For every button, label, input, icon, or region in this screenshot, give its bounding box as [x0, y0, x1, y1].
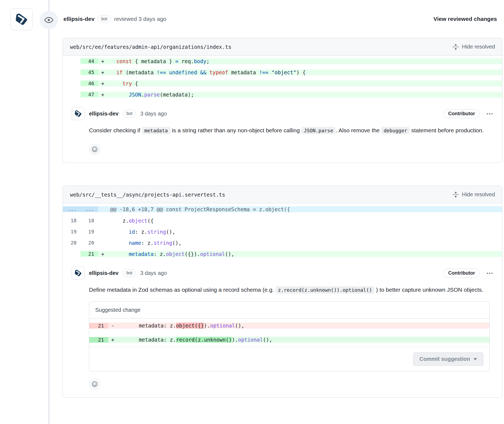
diff-line-19: 19 19 id: z.string(), [63, 226, 502, 237]
ellipsis-logo-icon [14, 12, 28, 26]
file-path-link-1[interactable]: web/src/ee/features/admin-api/organizati… [70, 44, 231, 50]
code-token: . [141, 92, 144, 98]
file-path-link-2[interactable]: web/src/__tests__/async/projects-api.ser… [70, 192, 225, 198]
hide-resolved-button-2[interactable]: Hide resolved [452, 191, 495, 198]
comment-header: ellipsis-dev bot 3 days ago Contributor … [72, 266, 493, 280]
hunk-text: @@ -18,6 +18,7 @@ const ProjectResponseS… [98, 206, 502, 212]
code-token: name [110, 240, 141, 246]
diff-line-18: 18 18 z.object({ [63, 215, 502, 226]
comment-text: Define metadata in Zod schemas as option… [89, 287, 276, 293]
code-line: name: z.string(), [110, 240, 502, 246]
code-token: string [154, 240, 172, 246]
suggestion-added-line: 21 + metadata: z.record(z.unknown()).opt… [89, 333, 489, 347]
code-token: parse [144, 92, 160, 98]
code-token: ; [206, 58, 209, 64]
new-line-number: 20 [81, 240, 98, 246]
code-token: !== [259, 69, 272, 75]
comment-text: ) to better capture unknown JSON objects… [374, 287, 483, 293]
code-token: z. [110, 218, 129, 224]
code-token: const [110, 58, 132, 64]
diff-line-46: 46 + try { [63, 78, 502, 89]
add-reaction-button[interactable] [89, 144, 100, 155]
diff-sign: + [98, 92, 110, 98]
comment-author-link[interactable]: ellipsis-dev [89, 270, 119, 276]
code-token: { [132, 81, 138, 86]
view-reviewed-changes-link[interactable]: View reviewed changes [433, 16, 497, 22]
code-token: try [110, 81, 132, 86]
suggestion-deleted-line: 21 - metadata: z.object({}).optional(), [89, 319, 489, 333]
bot-badge: bot [123, 110, 136, 117]
comment-timestamp[interactable]: 3 days ago [140, 270, 167, 276]
diff-sign: + [98, 251, 110, 257]
suggested-change-block: Suggested change 21 - metadata: z.object… [89, 301, 490, 371]
new-line-number: 19 [81, 229, 98, 235]
code-token: : z. [141, 240, 154, 246]
diff-sign: + [98, 81, 110, 86]
code-token: JSON [110, 92, 141, 98]
code-line: if (metadata !== undefined && typeof met… [110, 69, 502, 75]
comment-text: is a string rather than any non-object b… [170, 127, 301, 133]
commit-suggestion-label: Commit suggestion [419, 356, 470, 362]
file-header-2: web/src/__tests__/async/projects-api.ser… [63, 186, 502, 203]
hide-resolved-label: Hide resolved [462, 44, 495, 50]
smiley-icon [91, 381, 98, 387]
code-token: (), [263, 337, 272, 343]
contributor-badge: Contributor [444, 109, 480, 118]
ellipsis-logo-icon [74, 110, 82, 118]
code-token: optional [238, 337, 263, 343]
inline-code: metadata [142, 127, 170, 134]
comment-body: Consider checking if metadata is a strin… [89, 124, 493, 137]
code-token: metadata [228, 69, 259, 75]
new-line-number: 44 [81, 58, 98, 64]
review-thread-card-2: web/src/__tests__/async/projects-api.ser… [63, 186, 502, 398]
code-token: (metadata [123, 69, 157, 75]
comment-header: ellipsis-dev bot 3 days ago Contributor … [72, 107, 493, 120]
reviewer-avatar[interactable] [10, 8, 33, 30]
comment-text: statement before production. [410, 127, 484, 133]
code-token: { metadata } [132, 58, 175, 64]
line-number: 21 [89, 337, 108, 343]
code-token: ) { [296, 69, 305, 75]
code-token: string [147, 229, 166, 235]
add-reaction-button[interactable] [89, 378, 100, 390]
comment-author-link[interactable]: ellipsis-dev [89, 111, 119, 117]
comment-text: . Also remove the [336, 127, 381, 133]
comment-menu-button[interactable]: ••• [487, 271, 493, 275]
code-token: id [110, 229, 135, 235]
comment-avatar[interactable] [72, 107, 85, 120]
diff-line-45: 45 + if (metadata !== undefined && typeo… [63, 67, 502, 78]
bot-badge: bot [123, 269, 136, 277]
bot-badge: bot [98, 15, 111, 23]
inline-code: debugger [381, 127, 410, 134]
contributor-badge: Contributor [444, 269, 480, 278]
comment-avatar[interactable] [72, 266, 85, 280]
code-token: ). [204, 323, 210, 329]
comment-menu-button[interactable]: ••• [487, 111, 493, 116]
new-line-number: 21 [81, 251, 98, 257]
code-token: : z. [154, 251, 166, 257]
comment-timestamp[interactable]: 3 days ago [140, 111, 167, 117]
code-token: ). [232, 337, 238, 343]
code-line: const { metadata } = req.body; [110, 58, 502, 64]
review-comment-2: ellipsis-dev bot 3 days ago Contributor … [63, 259, 502, 397]
diff-sign: + [98, 69, 110, 75]
old-line-number: 19 [63, 229, 81, 235]
review-header: ellipsis-dev bot reviewed 3 days ago [63, 15, 166, 23]
code-token: ({}). [185, 251, 200, 257]
hunk-header: ... ... @@ -18,6 +18,7 @@ const ProjectR… [63, 203, 502, 215]
code-token: metadata [110, 251, 154, 257]
code-line: JSON.parse(metadata); [110, 92, 502, 98]
hide-resolved-button-1[interactable]: Hide resolved [452, 43, 495, 50]
review-action-text: reviewed 3 days ago [114, 16, 167, 22]
suggested-change-title: Suggested change [89, 302, 489, 319]
diff-line-21: 21 + metadata: z.object({}).optional(), [63, 248, 502, 259]
code-token: ({ [147, 218, 154, 224]
code-token: typeof [209, 69, 228, 75]
commit-suggestion-button[interactable]: Commit suggestion [413, 352, 483, 366]
reviewer-name-link[interactable]: ellipsis-dev [63, 16, 94, 22]
code-token: object [129, 218, 148, 224]
inline-code: JSON.parse [301, 127, 336, 134]
code-token-removed: object({} [176, 323, 204, 329]
fold-icon [452, 191, 459, 198]
code-token: body [194, 58, 206, 64]
